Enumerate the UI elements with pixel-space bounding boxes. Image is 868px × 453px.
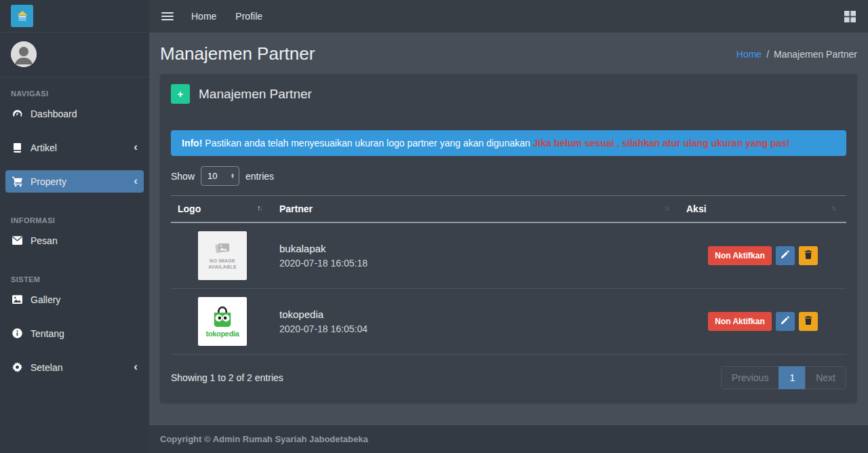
gear-icon (12, 361, 23, 373)
delete-button[interactable] (799, 246, 818, 265)
sidebar-user-panel (0, 33, 149, 77)
pencil-icon (781, 250, 789, 261)
info-icon (12, 328, 23, 339)
column-label: Partner (279, 203, 313, 214)
sidebar-section-navigasi: NAVIGASI (0, 77, 149, 102)
chevron-left-icon: ‹ (134, 141, 138, 153)
sidebar-section-informasi: INFORMASI (0, 204, 149, 229)
navbar-link-profile[interactable]: Profile (235, 11, 262, 22)
sidebar-item-label: Tentang (31, 328, 64, 339)
entries-select[interactable]: 10 ▲▼ (201, 166, 239, 186)
sidebar-item-setelan[interactable]: Setelan ‹ (5, 356, 144, 378)
sort-asc-icon: ↑↓ (257, 203, 262, 212)
partner-cell: tokopedia 2020-07-18 16:05:04 (273, 289, 679, 355)
column-header-aksi[interactable]: Aksi ↑↓ (679, 196, 846, 223)
page-title: Manajemen Partner (160, 43, 315, 64)
entries-summary: Showing 1 to 2 of 2 entries (171, 372, 283, 383)
alert-prefix: Info! (182, 138, 202, 149)
column-header-partner[interactable]: Partner ↑↓ (273, 196, 679, 223)
envelope-icon (12, 235, 23, 246)
deactivate-button[interactable]: Non Aktifkan (708, 312, 772, 331)
main-area: Home Profile Manajemen Partner Home/Mana… (149, 0, 868, 453)
cart-icon (12, 176, 23, 187)
edit-button[interactable] (776, 246, 795, 265)
card-title: Manajemen Partner (199, 87, 312, 102)
entries-select-value: 10 (208, 171, 217, 181)
sidebar-item-property[interactable]: Property ‹ (5, 170, 144, 193)
trash-icon (804, 316, 812, 327)
breadcrumb-home-link[interactable]: Home (736, 49, 762, 60)
partner-timestamp: 2020-07-18 16:05:04 (279, 323, 673, 334)
delete-button[interactable] (799, 312, 818, 331)
breadcrumb-current: Manajemen Partner (774, 49, 857, 60)
partner-card: + Manajemen Partner Info!Pastikan anda t… (160, 74, 857, 403)
sidebar-item-pesan[interactable]: Pesan (5, 229, 144, 252)
sidebar-item-label: Pesan (31, 235, 58, 246)
partner-name: tokopedia (279, 309, 673, 320)
column-label: Aksi (686, 203, 707, 214)
sidebar-item-label: Artikel (31, 142, 57, 153)
table-footer: Showing 1 to 2 of 2 entries Previous 1 N… (171, 366, 846, 389)
actions-cell: Non Aktifkan (679, 289, 846, 355)
house-logo-icon[interactable] (11, 5, 33, 27)
pencil-icon (781, 316, 789, 327)
pagination-page-1[interactable]: 1 (778, 366, 806, 389)
actions-cell: Non Aktifkan (679, 222, 846, 289)
edit-button[interactable] (776, 312, 795, 331)
info-alert: Info!Pastikan anda telah menyesuaikan uk… (171, 130, 846, 156)
app-root: NAVIGASI Dashboard Artikel ‹ Property (0, 0, 868, 453)
sidebar-item-artikel[interactable]: Artikel ‹ (5, 136, 144, 159)
logo-cell: NO IMAGE AVAILABLE (171, 222, 273, 289)
footer: Copyright © Admin Rumah Syariah Jabodeta… (149, 425, 868, 453)
grid-icon[interactable] (844, 11, 856, 22)
sort-both-icon: ↑↓ (831, 203, 835, 212)
logo-cell: tokopedia (171, 289, 273, 355)
sidebar-logo-bar (0, 0, 149, 33)
sidebar-nav: NAVIGASI Dashboard Artikel ‹ Property (0, 77, 149, 390)
alert-warning: Jika belum sesuai , silahkan atur ulang … (533, 138, 790, 149)
chevron-left-icon: ‹ (134, 175, 138, 186)
image-icon (12, 294, 23, 305)
partners-table: Logo ↑↓ Partner ↑↓ Aksi ↑↓ (171, 195, 846, 355)
column-header-logo[interactable]: Logo ↑↓ (171, 196, 273, 223)
navbar-link-home[interactable]: Home (191, 11, 216, 22)
show-entries-suffix: entries (245, 171, 274, 182)
user-avatar[interactable] (11, 41, 37, 67)
breadcrumb: Home/Manajemen Partner (736, 49, 857, 60)
partner-name: bukalapak (279, 243, 673, 254)
table-row: NO IMAGE AVAILABLE bukalapak 2020-07-18 … (171, 222, 846, 289)
no-image-placeholder: NO IMAGE AVAILABLE (198, 231, 247, 280)
sidebar-section-sistem: SISTEM (0, 263, 149, 288)
table-header-row: Logo ↑↓ Partner ↑↓ Aksi ↑↓ (171, 196, 846, 223)
copyright-text: Copyright © Admin Rumah Syariah Jabodeta… (160, 434, 368, 444)
breadcrumb-separator: / (766, 49, 769, 60)
partner-timestamp: 2020-07-18 16:05:18 (279, 258, 673, 269)
sidebar-item-label: Setelan (31, 362, 62, 373)
sidebar-item-label: Dashboard (31, 109, 77, 119)
hamburger-icon[interactable] (161, 12, 174, 20)
sidebar: NAVIGASI Dashboard Artikel ‹ Property (0, 0, 149, 453)
tokopedia-logo-text: tokopedia (205, 330, 239, 338)
sidebar-item-dashboard[interactable]: Dashboard (5, 102, 144, 125)
sidebar-item-label: Gallery (31, 294, 60, 305)
card-body: Info!Pastikan anda telah menyesuaikan uk… (160, 113, 857, 403)
pagination: Previous 1 Next (721, 366, 846, 389)
show-entries-control: Show 10 ▲▼ entries (171, 166, 846, 186)
pagination-previous[interactable]: Previous (721, 366, 779, 389)
pagination-next[interactable]: Next (805, 366, 846, 389)
sidebar-item-tentang[interactable]: Tentang (5, 322, 144, 344)
card-header: + Manajemen Partner (160, 74, 857, 113)
add-partner-button[interactable]: + (171, 84, 190, 104)
photo-icon (214, 241, 231, 255)
deactivate-button[interactable]: Non Aktifkan (708, 246, 772, 265)
sidebar-item-gallery[interactable]: Gallery (5, 288, 144, 311)
show-entries-prefix: Show (171, 171, 195, 182)
tokopedia-owl-icon (208, 306, 237, 329)
tachometer-icon (12, 108, 23, 119)
select-arrows-icon: ▲▼ (231, 174, 235, 178)
no-image-text: NO IMAGE AVAILABLE (203, 258, 242, 270)
top-navbar: Home Profile (149, 0, 868, 33)
table-row: tokopedia tokopedia 2020-07-18 16:05:04 (171, 289, 846, 355)
sort-both-icon: ↑↓ (664, 203, 669, 212)
page-content: Manajemen Partner Home/Manajemen Partner… (149, 33, 868, 425)
